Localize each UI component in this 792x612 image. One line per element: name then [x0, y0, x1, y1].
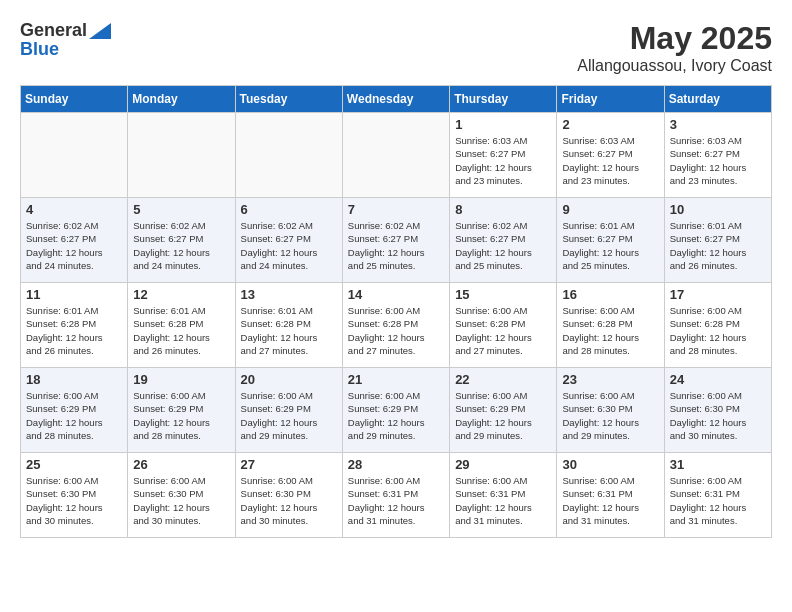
- day-number: 5: [133, 202, 229, 217]
- table-row: 24Sunrise: 6:00 AM Sunset: 6:30 PM Dayli…: [664, 368, 771, 453]
- day-info: Sunrise: 6:00 AM Sunset: 6:29 PM Dayligh…: [26, 389, 122, 442]
- day-info: Sunrise: 6:03 AM Sunset: 6:27 PM Dayligh…: [455, 134, 551, 187]
- day-info: Sunrise: 6:00 AM Sunset: 6:31 PM Dayligh…: [348, 474, 444, 527]
- table-row: 9Sunrise: 6:01 AM Sunset: 6:27 PM Daylig…: [557, 198, 664, 283]
- table-row: 4Sunrise: 6:02 AM Sunset: 6:27 PM Daylig…: [21, 198, 128, 283]
- day-info: Sunrise: 6:02 AM Sunset: 6:27 PM Dayligh…: [133, 219, 229, 272]
- day-number: 6: [241, 202, 337, 217]
- day-number: 13: [241, 287, 337, 302]
- calendar-week-row: 1Sunrise: 6:03 AM Sunset: 6:27 PM Daylig…: [21, 113, 772, 198]
- logo-general: General: [20, 20, 87, 41]
- calendar-week-row: 25Sunrise: 6:00 AM Sunset: 6:30 PM Dayli…: [21, 453, 772, 538]
- day-info: Sunrise: 6:00 AM Sunset: 6:28 PM Dayligh…: [562, 304, 658, 357]
- day-number: 1: [455, 117, 551, 132]
- day-info: Sunrise: 6:00 AM Sunset: 6:30 PM Dayligh…: [241, 474, 337, 527]
- calendar-week-row: 4Sunrise: 6:02 AM Sunset: 6:27 PM Daylig…: [21, 198, 772, 283]
- table-row: 3Sunrise: 6:03 AM Sunset: 6:27 PM Daylig…: [664, 113, 771, 198]
- table-row: 5Sunrise: 6:02 AM Sunset: 6:27 PM Daylig…: [128, 198, 235, 283]
- day-number: 28: [348, 457, 444, 472]
- table-row: 11Sunrise: 6:01 AM Sunset: 6:28 PM Dayli…: [21, 283, 128, 368]
- table-row: 31Sunrise: 6:00 AM Sunset: 6:31 PM Dayli…: [664, 453, 771, 538]
- day-number: 7: [348, 202, 444, 217]
- day-info: Sunrise: 6:03 AM Sunset: 6:27 PM Dayligh…: [562, 134, 658, 187]
- day-info: Sunrise: 6:00 AM Sunset: 6:30 PM Dayligh…: [562, 389, 658, 442]
- table-row: 6Sunrise: 6:02 AM Sunset: 6:27 PM Daylig…: [235, 198, 342, 283]
- day-number: 11: [26, 287, 122, 302]
- day-info: Sunrise: 6:00 AM Sunset: 6:30 PM Dayligh…: [133, 474, 229, 527]
- svg-marker-0: [89, 23, 111, 39]
- table-row: 8Sunrise: 6:02 AM Sunset: 6:27 PM Daylig…: [450, 198, 557, 283]
- day-info: Sunrise: 6:00 AM Sunset: 6:28 PM Dayligh…: [455, 304, 551, 357]
- calendar-header-row: Sunday Monday Tuesday Wednesday Thursday…: [21, 86, 772, 113]
- day-number: 4: [26, 202, 122, 217]
- day-number: 8: [455, 202, 551, 217]
- day-number: 27: [241, 457, 337, 472]
- day-number: 22: [455, 372, 551, 387]
- table-row: [128, 113, 235, 198]
- col-sunday: Sunday: [21, 86, 128, 113]
- day-number: 2: [562, 117, 658, 132]
- day-number: 10: [670, 202, 766, 217]
- day-info: Sunrise: 6:00 AM Sunset: 6:31 PM Dayligh…: [455, 474, 551, 527]
- table-row: 12Sunrise: 6:01 AM Sunset: 6:28 PM Dayli…: [128, 283, 235, 368]
- day-info: Sunrise: 6:02 AM Sunset: 6:27 PM Dayligh…: [455, 219, 551, 272]
- title-block: May 2025 Allangouassou, Ivory Coast: [577, 20, 772, 75]
- table-row: 26Sunrise: 6:00 AM Sunset: 6:30 PM Dayli…: [128, 453, 235, 538]
- page-header: General Blue May 2025 Allangouassou, Ivo…: [20, 20, 772, 75]
- day-number: 26: [133, 457, 229, 472]
- table-row: [342, 113, 449, 198]
- page-subtitle: Allangouassou, Ivory Coast: [577, 57, 772, 75]
- table-row: 14Sunrise: 6:00 AM Sunset: 6:28 PM Dayli…: [342, 283, 449, 368]
- col-friday: Friday: [557, 86, 664, 113]
- day-info: Sunrise: 6:00 AM Sunset: 6:29 PM Dayligh…: [241, 389, 337, 442]
- day-number: 3: [670, 117, 766, 132]
- table-row: 28Sunrise: 6:00 AM Sunset: 6:31 PM Dayli…: [342, 453, 449, 538]
- day-number: 25: [26, 457, 122, 472]
- table-row: 17Sunrise: 6:00 AM Sunset: 6:28 PM Dayli…: [664, 283, 771, 368]
- table-row: 25Sunrise: 6:00 AM Sunset: 6:30 PM Dayli…: [21, 453, 128, 538]
- table-row: [235, 113, 342, 198]
- col-thursday: Thursday: [450, 86, 557, 113]
- day-info: Sunrise: 6:00 AM Sunset: 6:30 PM Dayligh…: [670, 389, 766, 442]
- day-number: 30: [562, 457, 658, 472]
- table-row: 13Sunrise: 6:01 AM Sunset: 6:28 PM Dayli…: [235, 283, 342, 368]
- calendar-week-row: 11Sunrise: 6:01 AM Sunset: 6:28 PM Dayli…: [21, 283, 772, 368]
- day-number: 24: [670, 372, 766, 387]
- day-number: 23: [562, 372, 658, 387]
- day-number: 15: [455, 287, 551, 302]
- table-row: 20Sunrise: 6:00 AM Sunset: 6:29 PM Dayli…: [235, 368, 342, 453]
- day-info: Sunrise: 6:00 AM Sunset: 6:28 PM Dayligh…: [348, 304, 444, 357]
- day-info: Sunrise: 6:01 AM Sunset: 6:27 PM Dayligh…: [562, 219, 658, 272]
- table-row: 29Sunrise: 6:00 AM Sunset: 6:31 PM Dayli…: [450, 453, 557, 538]
- day-number: 12: [133, 287, 229, 302]
- day-info: Sunrise: 6:00 AM Sunset: 6:29 PM Dayligh…: [455, 389, 551, 442]
- page-title: May 2025: [577, 20, 772, 57]
- table-row: 30Sunrise: 6:00 AM Sunset: 6:31 PM Dayli…: [557, 453, 664, 538]
- table-row: 18Sunrise: 6:00 AM Sunset: 6:29 PM Dayli…: [21, 368, 128, 453]
- day-number: 19: [133, 372, 229, 387]
- table-row: 21Sunrise: 6:00 AM Sunset: 6:29 PM Dayli…: [342, 368, 449, 453]
- table-row: 10Sunrise: 6:01 AM Sunset: 6:27 PM Dayli…: [664, 198, 771, 283]
- day-number: 16: [562, 287, 658, 302]
- table-row: 27Sunrise: 6:00 AM Sunset: 6:30 PM Dayli…: [235, 453, 342, 538]
- day-number: 9: [562, 202, 658, 217]
- day-info: Sunrise: 6:00 AM Sunset: 6:31 PM Dayligh…: [670, 474, 766, 527]
- day-number: 17: [670, 287, 766, 302]
- table-row: 16Sunrise: 6:00 AM Sunset: 6:28 PM Dayli…: [557, 283, 664, 368]
- col-tuesday: Tuesday: [235, 86, 342, 113]
- day-info: Sunrise: 6:01 AM Sunset: 6:27 PM Dayligh…: [670, 219, 766, 272]
- col-wednesday: Wednesday: [342, 86, 449, 113]
- day-number: 29: [455, 457, 551, 472]
- day-number: 20: [241, 372, 337, 387]
- day-number: 18: [26, 372, 122, 387]
- day-info: Sunrise: 6:02 AM Sunset: 6:27 PM Dayligh…: [348, 219, 444, 272]
- table-row: 1Sunrise: 6:03 AM Sunset: 6:27 PM Daylig…: [450, 113, 557, 198]
- day-info: Sunrise: 6:00 AM Sunset: 6:29 PM Dayligh…: [133, 389, 229, 442]
- day-info: Sunrise: 6:02 AM Sunset: 6:27 PM Dayligh…: [26, 219, 122, 272]
- table-row: 15Sunrise: 6:00 AM Sunset: 6:28 PM Dayli…: [450, 283, 557, 368]
- day-number: 31: [670, 457, 766, 472]
- table-row: 7Sunrise: 6:02 AM Sunset: 6:27 PM Daylig…: [342, 198, 449, 283]
- day-info: Sunrise: 6:02 AM Sunset: 6:27 PM Dayligh…: [241, 219, 337, 272]
- calendar-week-row: 18Sunrise: 6:00 AM Sunset: 6:29 PM Dayli…: [21, 368, 772, 453]
- logo: General Blue: [20, 20, 111, 60]
